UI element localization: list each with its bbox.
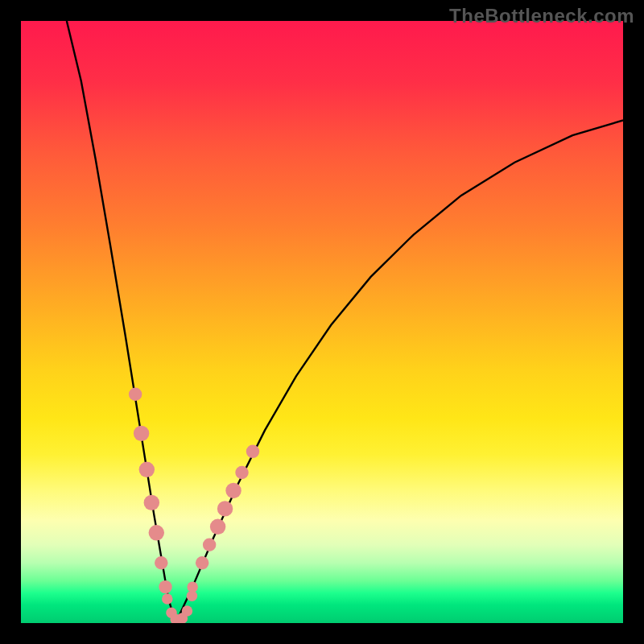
highlight-dot: [187, 581, 197, 592]
highlight-dot: [203, 539, 216, 551]
highlight-dot: [144, 495, 159, 510]
highlight-dot: [217, 501, 233, 516]
highlight-dot: [162, 593, 172, 604]
plot-area: [21, 21, 623, 623]
highlight-dot: [139, 462, 155, 477]
curve-overlay: [21, 21, 623, 623]
watermark-label: TheBottleneck.com: [449, 5, 634, 27]
highlight-dot: [159, 580, 171, 593]
chart-canvas: TheBottleneck.com: [0, 0, 644, 644]
highlight-dot: [155, 556, 167, 569]
highlight-dot: [225, 483, 241, 498]
highlight-dot: [129, 388, 142, 401]
highlight-dot: [182, 605, 192, 616]
highlight-dot: [134, 426, 149, 441]
highlight-markers: [129, 388, 259, 623]
highlight-dot: [196, 556, 208, 569]
highlight-dot: [246, 445, 259, 458]
highlight-dot: [149, 525, 164, 540]
highlight-dot: [235, 466, 248, 479]
bottleneck-curve-right-path: [175, 120, 623, 623]
highlight-dot: [210, 519, 225, 535]
